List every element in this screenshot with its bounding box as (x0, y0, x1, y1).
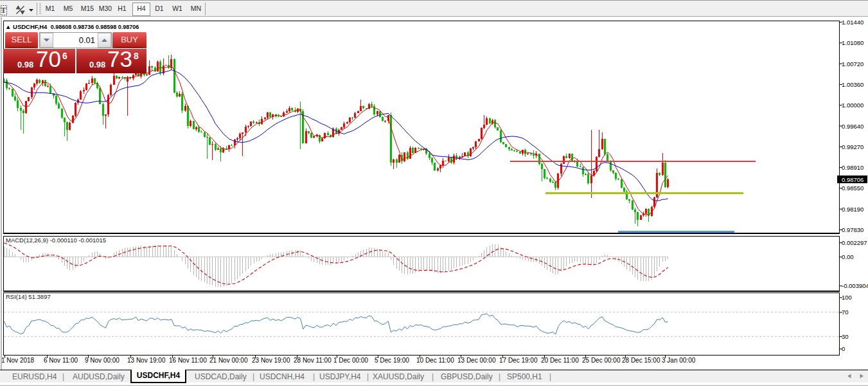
svg-text:10 Dec 11:00: 10 Dec 11:00 (416, 357, 454, 364)
svg-text:13 Dec 00:00: 13 Dec 00:00 (457, 357, 496, 364)
svg-text:20 Dec 11:00: 20 Dec 11:00 (541, 357, 579, 364)
svg-text:3 Jan 00:00: 3 Jan 00:00 (662, 357, 696, 364)
svg-text:MACD(12,26,9) -0.000110 -0.001: MACD(12,26,9) -0.000110 -0.001015 (6, 237, 106, 244)
svg-text:0.98190: 0.98190 (842, 206, 864, 213)
svg-text:RSI(14) 51.3897: RSI(14) 51.3897 (6, 293, 51, 300)
svg-text:6 Nov 11:00: 6 Nov 11:00 (44, 357, 78, 364)
svg-text:0.98550: 0.98550 (842, 184, 864, 192)
svg-text:23 Nov 19:00: 23 Nov 19:00 (252, 357, 290, 364)
svg-text:-0.003904: -0.003904 (842, 282, 868, 289)
svg-text:100: 100 (842, 294, 852, 301)
svg-text:T: T (1, 5, 6, 15)
svg-text:0.00: 0.00 (842, 253, 854, 260)
svg-text:1.00000: 1.00000 (842, 102, 864, 109)
svg-text:30: 30 (842, 333, 849, 340)
svg-text:25 Dec 00:00: 25 Dec 00:00 (582, 357, 621, 364)
svg-text:1.00360: 1.00360 (842, 81, 864, 88)
svg-text:0: 0 (842, 345, 845, 352)
svg-text:17 Dec 19:00: 17 Dec 19:00 (499, 357, 538, 364)
svg-text:1.00720: 1.00720 (842, 60, 864, 68)
svg-text:16 Nov 11:00: 16 Nov 11:00 (169, 357, 207, 364)
svg-text:21 Nov 00:00: 21 Nov 00:00 (209, 357, 248, 364)
svg-text:13 Nov 19:00: 13 Nov 19:00 (127, 357, 166, 364)
svg-text:9 Nov 00:00: 9 Nov 00:00 (85, 357, 120, 364)
svg-text:0.002297: 0.002297 (842, 239, 867, 246)
svg-text:5 Dec 19:00: 5 Dec 19:00 (375, 357, 409, 364)
svg-text:28 Nov 11:00: 28 Nov 11:00 (294, 357, 332, 364)
svg-text:1.01080: 1.01080 (842, 39, 864, 46)
svg-text:0.99270: 0.99270 (842, 143, 864, 150)
svg-text:0.99640: 0.99640 (842, 123, 864, 130)
svg-text:1 Dec 00:00: 1 Dec 00:00 (333, 357, 368, 364)
svg-text:70: 70 (842, 309, 849, 316)
svg-text:0.98706: 0.98706 (842, 176, 864, 183)
svg-text:0.98910: 0.98910 (842, 164, 864, 171)
svg-text:0.97830: 0.97830 (842, 226, 864, 233)
svg-text:1.01440: 1.01440 (842, 19, 864, 26)
svg-text:28 Dec 15:00: 28 Dec 15:00 (622, 357, 660, 364)
svg-text:1 Nov 2018: 1 Nov 2018 (1, 357, 35, 364)
